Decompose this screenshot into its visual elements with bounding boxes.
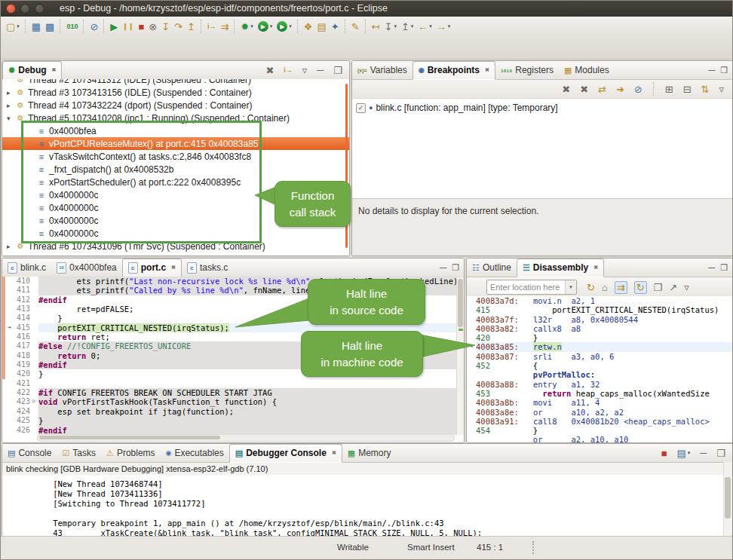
tab-tasks-c[interactable]: tasks.c (182, 259, 233, 277)
editor-horizontal-scrollbar[interactable] (37, 434, 455, 442)
forward-button[interactable]: → (434, 18, 453, 35)
instruction-mode-button[interactable]: ⇉ (218, 18, 231, 35)
editor-vertical-scrollbar[interactable] (456, 277, 464, 435)
location-combo[interactable]: Enter location here (486, 280, 577, 295)
expand-toggle-icon[interactable]: ▸ (7, 243, 15, 250)
fold-icon[interactable]: ⊖ (32, 397, 38, 406)
code-line[interactable]: 423 ⊖ void vPortFirstTaskHook(TaskFuncti… (2, 397, 464, 406)
maximize-button[interactable]: ❒ (452, 263, 459, 273)
maximize-button[interactable]: ❒ (720, 263, 728, 273)
suspend-button[interactable]: ❙❙ (120, 18, 136, 35)
code-line[interactable]: 422 #if CONFIG_FREERTOS_BREAK_ON_SCHEDUL… (2, 388, 464, 397)
new-button[interactable]: ▢ (4, 18, 22, 35)
location-input[interactable]: Enter location here (487, 283, 565, 292)
disassembly-row[interactable]: or a2, a10, a10 (467, 435, 732, 442)
minimize-button[interactable]: — (708, 66, 715, 74)
debug-button[interactable]: ✹ (238, 18, 255, 35)
back-button[interactable]: ← (416, 18, 434, 35)
fold-icon[interactable] (32, 426, 38, 435)
line-number[interactable]: 418 (14, 351, 32, 360)
fold-icon[interactable] (32, 416, 38, 425)
line-number[interactable]: 426 (14, 426, 32, 435)
disassembly-row[interactable]: 40083a8b: movi a11, 4 (467, 398, 732, 407)
disassembly-row[interactable]: 40083a91: call8 0x40081b20 <heap_caps_ma… (467, 417, 732, 426)
last-edit-location-button[interactable]: ↤ (370, 18, 382, 35)
skip-all-breakpoints-button[interactable]: ⊘ (632, 81, 645, 97)
window-minimize-button[interactable] (20, 4, 30, 14)
fold-icon[interactable] (32, 360, 38, 369)
line-number[interactable]: 421 (14, 379, 32, 388)
line-number[interactable]: 417 (14, 341, 32, 350)
disassembly-row[interactable]: 420 } (467, 333, 732, 342)
disassembly-row[interactable]: ➜ 40083a85: retw.n (467, 342, 732, 351)
tab-memory[interactable]: ▦ Memory (342, 445, 397, 462)
fold-icon[interactable] (32, 388, 38, 397)
tab-outline[interactable]: ☷ Outline (467, 259, 517, 277)
disassembly-row[interactable]: pvPortMalloc: (467, 370, 732, 379)
line-number[interactable]: 424 (14, 407, 32, 416)
line-number[interactable]: 425 (14, 416, 32, 425)
remove-breakpoint-button[interactable]: ✖ (560, 81, 572, 97)
tab-breakpoints[interactable]: ◉ Breakpoints (413, 61, 495, 80)
collapse-all-button[interactable]: ⊟ (681, 81, 694, 97)
fold-icon[interactable] (32, 277, 38, 286)
breakpoint-checkbox[interactable] (356, 103, 366, 113)
mark-occurrences-button[interactable]: ✎ (349, 18, 362, 35)
line-number[interactable]: 423 (14, 397, 32, 406)
disassembly-row[interactable]: 40083a88: entry a1, 32 (467, 380, 732, 389)
maximize-button[interactable]: ❒ (714, 445, 728, 461)
debug-tree-row[interactable]: ▸ ⚙ Thread #4 1073432224 (dport) (Suspen… (2, 99, 349, 112)
view-menu-button[interactable]: ▿ (300, 62, 310, 78)
save-all-button[interactable]: ▩ (43, 18, 57, 35)
pin-button[interactable]: ↗ (667, 279, 679, 295)
window-maximize-button[interactable] (35, 4, 44, 14)
expand-toggle-icon[interactable]: ▸ (7, 102, 15, 109)
expand-toggle-icon[interactable]: ▾ (7, 115, 15, 122)
tab-debug[interactable]: ✹ Debug (2, 61, 62, 80)
link-with-debug-view-button[interactable]: ⇅ (699, 81, 712, 97)
terminate-button[interactable]: ■ (136, 18, 146, 35)
display-selected-console-button[interactable]: ▤ (675, 445, 693, 461)
run-button[interactable]: ▶ (256, 18, 275, 35)
tab-console[interactable]: ▤ Console (2, 445, 57, 462)
open-new-view-button[interactable]: ❒ (652, 279, 665, 295)
tab-tasks[interactable]: ☑ Tasks (57, 445, 101, 462)
fold-icon[interactable] (32, 379, 38, 388)
code-line[interactable]: 421 (2, 379, 464, 388)
view-menu-button[interactable]: ▿ (682, 279, 692, 295)
remove-all-breakpoints-button[interactable]: ✖ (578, 81, 590, 97)
scrollbar-thumb[interactable] (458, 279, 463, 327)
tab-registers[interactable]: Registers (495, 62, 559, 79)
minimize-button[interactable]: — (440, 264, 446, 271)
binary-format-button[interactable]: 010 (64, 18, 80, 35)
fold-icon[interactable] (32, 369, 38, 378)
disassembly-row[interactable]: 40083a7f: l32r a8, 0x40080544 (467, 315, 732, 324)
fold-icon[interactable] (32, 295, 38, 304)
track-expression-button[interactable]: ⇉ (612, 279, 630, 295)
fold-icon[interactable] (32, 304, 38, 314)
instruction-stepping-mode-button[interactable]: i→ (281, 62, 295, 78)
scrollbar-thumb[interactable] (725, 477, 731, 519)
disassembly-listing[interactable]: 40083a7d: movi.n a2, 1 415 portEXIT_CRIT… (467, 296, 732, 442)
breakpoint-item[interactable]: ● blink.c [function: app_main] [type: Te… (352, 101, 732, 115)
line-number[interactable]: 416 (14, 332, 32, 341)
disassembly-row[interactable]: 452 { (467, 361, 732, 370)
code-text[interactable]: } (38, 416, 464, 425)
disassembly-row[interactable]: 40083a82: callx8 a8 (467, 324, 732, 333)
combo-dropdown-icon[interactable] (565, 280, 576, 294)
scrollbar-thumb[interactable] (39, 436, 220, 439)
line-number[interactable]: 414 (14, 314, 32, 323)
line-number[interactable]: 420 (14, 369, 32, 378)
tab-problems[interactable]: ⚠ Problems (101, 445, 161, 462)
line-number[interactable]: 415 (14, 323, 32, 332)
code-text[interactable] (38, 379, 464, 388)
expand-all-button[interactable]: ⊞ (663, 81, 676, 97)
disassembly-row[interactable]: 40083a87: srli a3, a0, 6 (467, 352, 732, 361)
line-number[interactable]: 412 (14, 295, 32, 304)
code-line[interactable]: 425 } (2, 416, 464, 425)
maximize-button[interactable]: ❒ (720, 66, 728, 75)
remove-all-terminated-button[interactable]: ✖ (263, 62, 276, 78)
minimize-button[interactable]: — (708, 264, 715, 271)
debug-tree-row[interactable]: ▸ ⚙ Thread #3 1073413156 (IDLE) (Suspend… (2, 86, 349, 99)
close-icon[interactable] (593, 265, 598, 271)
